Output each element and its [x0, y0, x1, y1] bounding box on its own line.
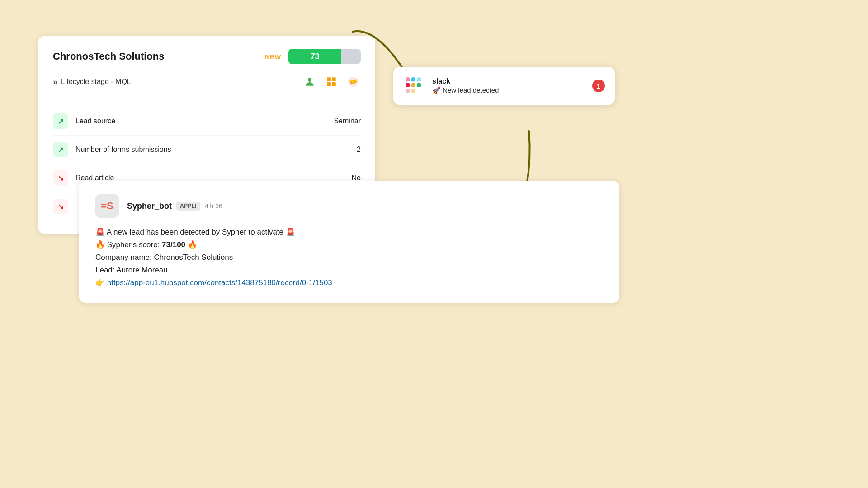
- metric-row-2: ↗ Number of forms submissions 2: [53, 136, 361, 164]
- svg-rect-4: [332, 82, 336, 86]
- slack-notification-content: slack 🚀 New lead detected: [432, 77, 585, 94]
- company-name: ChronosTech Solutions: [53, 51, 164, 62]
- line2-prefix: 🔥 Sypher's score:: [95, 240, 162, 249]
- svg-rect-10: [411, 77, 415, 81]
- svg-rect-3: [327, 82, 331, 86]
- metric-row-1: ↗ Lead source Seminar: [53, 107, 361, 136]
- score-fill: 73: [288, 49, 341, 64]
- svg-rect-15: [406, 89, 410, 93]
- metric-icon-4: ↘: [53, 199, 68, 214]
- svg-point-0: [308, 78, 312, 82]
- metric-name-2: Number of forms submissions: [75, 145, 349, 154]
- svg-rect-14: [411, 89, 415, 93]
- slack-app-name: slack: [432, 77, 585, 85]
- metric-value-1: Seminar: [334, 117, 361, 125]
- svg-rect-9: [406, 77, 410, 81]
- slack-notification-card: slack 🚀 New lead detected 1: [393, 67, 615, 105]
- metric-name-1: Lead source: [75, 117, 326, 125]
- line2-score: 73/100: [162, 240, 185, 249]
- slack-line-1: 🚨 A new lead has been detected by Sypher…: [95, 226, 603, 239]
- slack-message-card: =S Sypher_bot APPLI 4 h 36 🚨 A new lead …: [79, 181, 619, 303]
- line2-suffix: 🔥: [185, 240, 197, 249]
- link-prefix: 👉: [95, 278, 107, 287]
- lifecycle-row: » Lifecycle stage - MQL: [53, 74, 361, 97]
- sypher-name-area: Sypher_bot APPLI 4 h 36: [127, 202, 222, 211]
- lifecycle-text: Lifecycle stage - MQL: [61, 78, 131, 86]
- grid-icon: [324, 74, 339, 89]
- sypher-name-row: Sypher_bot APPLI 4 h 36: [127, 202, 222, 211]
- person-icon: [302, 74, 317, 89]
- sypher-avatar: =S: [95, 194, 119, 218]
- svg-rect-8: [406, 83, 410, 87]
- svg-rect-12: [417, 83, 421, 87]
- sypher-avatar-icon: =S: [101, 200, 113, 212]
- appli-badge: APPLI: [176, 202, 200, 211]
- metric-value-2: 2: [357, 145, 361, 154]
- slack-line-2: 🔥 Sypher's score: 73/100 🔥: [95, 239, 603, 251]
- slack-msg-header: =S Sypher_bot APPLI 4 h 36: [95, 194, 603, 218]
- message-time: 4 h 36: [205, 202, 222, 210]
- metric-icon-1: ↗: [53, 113, 68, 129]
- lifecycle-label: » Lifecycle stage - MQL: [53, 77, 131, 87]
- metric-icon-3: ↘: [53, 170, 68, 186]
- chevrons-icon: »: [53, 77, 57, 87]
- bot-name: Sypher_bot: [127, 202, 172, 211]
- hubspot-header: ChronosTech Solutions NEW 73: [53, 49, 361, 64]
- svg-rect-11: [417, 77, 421, 81]
- slack-line-3: Company name: ChronosTech Solutions: [95, 251, 603, 264]
- slack-logo: [403, 75, 425, 97]
- slack-msg-body: 🚨 A new lead has been detected by Sypher…: [95, 226, 603, 289]
- hubspot-link[interactable]: https://app-eu1.hubspot.com/contacts/143…: [107, 278, 332, 287]
- svg-rect-2: [332, 77, 336, 81]
- slack-badge-count: 1: [592, 80, 605, 92]
- slack-notification-message: 🚀 New lead detected: [432, 86, 585, 94]
- svg-rect-13: [411, 83, 415, 87]
- status-badge: NEW: [265, 53, 282, 61]
- metric-icon-2: ↗: [53, 142, 68, 157]
- slack-line-link: 👉 https://app-eu1.hubspot.com/contacts/1…: [95, 277, 603, 289]
- svg-rect-1: [327, 77, 331, 81]
- slack-line-4: Lead: Aurore Moreau: [95, 264, 603, 277]
